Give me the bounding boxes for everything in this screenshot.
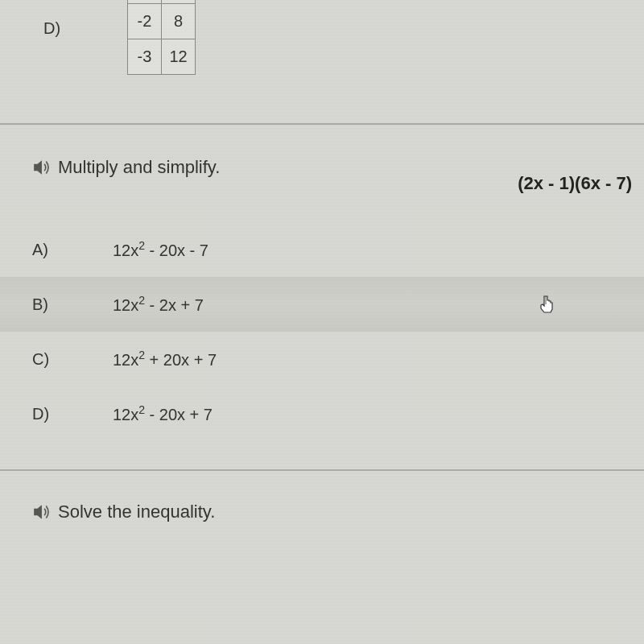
answer-letter: D) bbox=[32, 405, 113, 423]
answer-list: A) 12x2 - 20x - 7 B) 12x2 - 2x + 7 C) 12… bbox=[0, 222, 644, 441]
next-question-header: Solve the inequality. bbox=[0, 469, 644, 522]
answer-option-a[interactable]: A) 12x2 - 20x - 7 bbox=[0, 222, 644, 277]
answer-option-c[interactable]: C) 12x2 + 20x + 7 bbox=[0, 332, 644, 386]
answer-expression: 12x2 - 20x + 7 bbox=[113, 403, 213, 424]
table-cell: 8 bbox=[162, 4, 196, 39]
answer-option-b[interactable]: B) 12x2 - 2x + 7 bbox=[0, 277, 644, 332]
option-d-table: -1 6 -2 8 -3 12 bbox=[127, 0, 196, 75]
table-row: -2 8 bbox=[128, 4, 196, 39]
pointer-cursor-icon bbox=[538, 293, 557, 319]
answer-expression: 12x2 - 20x - 7 bbox=[113, 239, 208, 260]
next-question-instruction: Solve the inequality. bbox=[58, 502, 215, 522]
answer-expression: 12x2 - 2x + 7 bbox=[113, 294, 204, 315]
answer-letter: C) bbox=[32, 350, 113, 369]
speaker-icon[interactable] bbox=[32, 503, 53, 521]
previous-question-section: D) -1 6 -2 8 -3 12 bbox=[0, 0, 644, 125]
answer-letter: A) bbox=[32, 241, 113, 259]
table-row: -3 12 bbox=[128, 39, 196, 75]
question-section: Multiply and simplify. (2x - 1)(6x - 7) … bbox=[0, 125, 644, 522]
answer-letter: B) bbox=[32, 295, 113, 314]
table-cell: 12 bbox=[162, 39, 196, 75]
question-expression: (2x - 1)(6x - 7) bbox=[518, 173, 632, 194]
table-cell: -3 bbox=[128, 39, 162, 75]
speaker-icon[interactable] bbox=[32, 159, 53, 176]
answer-expression: 12x2 + 20x + 7 bbox=[113, 349, 217, 369]
option-label-d: D) bbox=[43, 19, 60, 38]
question-instruction: Multiply and simplify. bbox=[58, 157, 220, 178]
table-cell: -2 bbox=[128, 4, 162, 39]
answer-option-d[interactable]: D) 12x2 - 20x + 7 bbox=[0, 386, 644, 441]
